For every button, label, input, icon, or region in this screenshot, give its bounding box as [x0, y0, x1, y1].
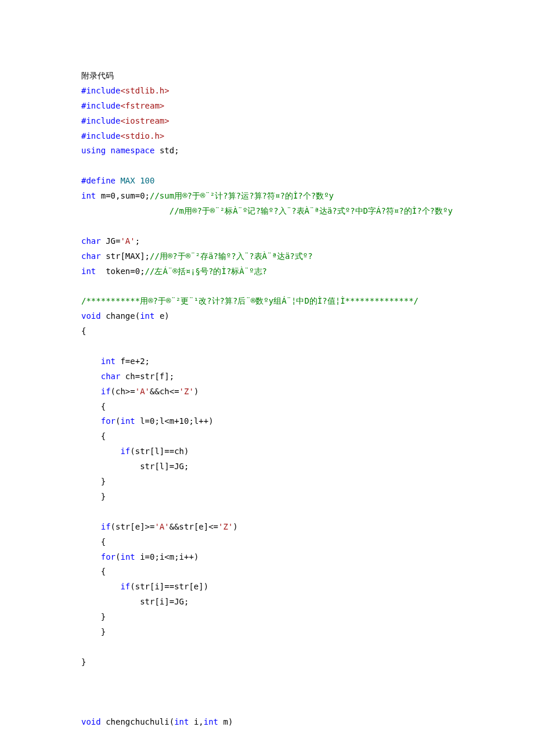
code: m=0,sum=0;: [96, 191, 150, 200]
code: (str[i]==str[e]): [130, 582, 208, 591]
char: 'A': [120, 236, 135, 246]
kw: if: [120, 447, 130, 456]
code: JG=: [101, 236, 121, 246]
code: ;: [135, 236, 140, 246]
code: &&str[e]<=: [169, 522, 218, 531]
kw: void: [81, 311, 101, 321]
code: (str[l]==ch): [130, 447, 189, 456]
code: {: [101, 431, 106, 441]
char: 'A': [135, 387, 150, 396]
code: {: [101, 537, 106, 546]
macro: MAX 100: [116, 176, 154, 185]
code: &&ch<=: [150, 387, 179, 396]
code: i,: [189, 717, 203, 726]
kw: #include: [81, 101, 120, 110]
hdr: <stdlib.h>: [120, 86, 169, 95]
code: {: [81, 326, 86, 336]
kw: void: [81, 717, 101, 726]
code: ): [233, 522, 237, 531]
kw: int: [120, 552, 135, 561]
comment: //m用®?于®¨²标À¨º记?输º?入¨?表À¨ª达ä?式º?中D字Á?符¤?…: [169, 206, 453, 215]
kw: char: [81, 236, 101, 246]
indent: [81, 567, 101, 576]
document-page: 附录代码 #include<stdlib.h> #include<fstream…: [0, 0, 534, 756]
code: (ch>=: [111, 387, 135, 396]
code: }: [101, 477, 106, 486]
char: 'Z': [179, 387, 194, 396]
indent: [81, 206, 169, 215]
indent: [81, 416, 101, 426]
code: str[i]=JG;: [140, 597, 189, 606]
indent: [81, 372, 101, 381]
comment: /***********用®?于®¨²更¨¹改?计?算?后¨®数ºy组Á¨¦中D…: [81, 296, 418, 305]
indent: [81, 522, 101, 531]
kw: int: [81, 267, 96, 276]
indent: [81, 402, 101, 411]
kw: if: [101, 387, 111, 396]
title: 附录代码: [81, 71, 114, 80]
indent: [81, 431, 101, 441]
code: e): [154, 311, 169, 321]
kw: int: [140, 311, 154, 321]
indent: [81, 612, 101, 621]
indent: [81, 447, 120, 456]
kw: #include: [81, 131, 120, 141]
code: change(: [101, 311, 140, 321]
code: m): [218, 717, 233, 726]
char: 'Z': [218, 522, 233, 531]
code: token=0;: [96, 267, 145, 276]
kw: if: [120, 582, 130, 591]
indent: [81, 582, 120, 591]
code: ch=str[f];: [120, 372, 174, 381]
code: ): [194, 387, 199, 396]
code: chengchuchuli(: [101, 717, 174, 726]
code: l=0;l<m+10;l++): [135, 416, 214, 426]
hdr: <stdio.h>: [120, 131, 164, 141]
code: str[MAX];: [101, 251, 150, 261]
kw: char: [101, 372, 121, 381]
kw: #include: [81, 116, 120, 125]
hdr: <iostream>: [120, 116, 169, 125]
indent: [81, 477, 101, 486]
indent: [81, 597, 140, 606]
kw: for: [101, 416, 116, 426]
code: std;: [154, 146, 179, 155]
indent: [81, 552, 101, 561]
indent: [81, 627, 101, 636]
hdr: <fstream>: [120, 101, 164, 110]
kw: int: [81, 191, 96, 200]
comment: //左Á¨®括¤¡§号?的Ì?标À¨º志?: [145, 267, 267, 276]
kw: int: [101, 357, 116, 366]
kw: char: [81, 251, 101, 261]
kw: namespace: [106, 146, 154, 155]
kw: int: [174, 717, 189, 726]
kw: for: [101, 552, 116, 561]
indent: [81, 462, 140, 471]
code: }: [81, 657, 86, 667]
kw: int: [120, 416, 135, 426]
code: {: [101, 402, 106, 411]
kw: #define: [81, 176, 116, 185]
indent: [81, 357, 101, 366]
code: (str[e]>=: [111, 522, 155, 531]
kw: #include: [81, 86, 120, 95]
comment: //用®?于®¨²存ä?输º?入¨?表À¨ª达ä?式º?: [150, 251, 313, 261]
code: }: [101, 492, 106, 501]
code: {: [101, 567, 106, 576]
code: }: [101, 627, 106, 636]
code: f=e+2;: [116, 357, 150, 366]
indent: [81, 492, 101, 501]
indent: [81, 387, 101, 396]
comment: //sum用®?于®¨²计?算?运?算?符¤?的Ì?个?数ºy: [150, 191, 334, 200]
kw: if: [101, 522, 111, 531]
code: i=0;i<m;i++): [135, 552, 199, 561]
indent: [81, 537, 101, 546]
code: }: [101, 612, 106, 621]
char: 'A': [154, 522, 169, 531]
kw: int: [204, 717, 218, 726]
kw: using: [81, 146, 106, 155]
code: str[l]=JG;: [140, 462, 189, 471]
